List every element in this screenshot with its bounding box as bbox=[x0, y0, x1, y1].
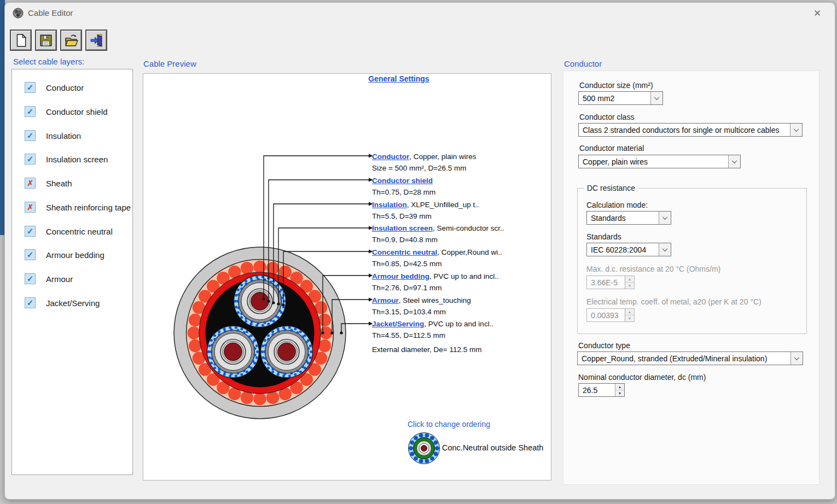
annotation-armour-link[interactable]: Armour bbox=[372, 296, 399, 304]
conductor-material-select[interactable]: Copper, plain wires bbox=[578, 155, 741, 168]
spinner-down-icon: ▼ bbox=[625, 283, 634, 289]
max-dc-resistance-label: Max. d.c. resistance at 20 °C (Ohms/m) bbox=[586, 265, 720, 273]
spinner-down-icon: ▼ bbox=[625, 315, 634, 321]
nominal-diameter-label: Nominal conductor diameter, dc (mm) bbox=[578, 373, 706, 382]
dc-resistance-legend: DC resistance bbox=[584, 184, 638, 192]
annotation-conductor-shield: Conductor shield Th=0.75, D=28 mm bbox=[372, 175, 435, 198]
cable-layers-listbox: ✓Conductor ✓Conductor shield ✓Insulation… bbox=[11, 69, 133, 475]
max-dc-resistance-input: 3.66E-5 ▲▼ bbox=[586, 276, 635, 289]
temp-coeff-input: 0.00393 ▲▼ bbox=[586, 308, 635, 322]
dc-resistance-groupbox: DC resistance Calculation mode: Standard… bbox=[577, 188, 807, 334]
spinner-up-icon: ▲ bbox=[625, 309, 634, 315]
chevron-down-icon[interactable] bbox=[650, 92, 662, 104]
annotation-insulation-link[interactable]: Insulation bbox=[372, 201, 407, 209]
layer-row-conductor-shield[interactable]: ✓Conductor shield bbox=[12, 101, 132, 122]
conductor-type-label: Conductor type bbox=[578, 341, 630, 350]
annotation-concentric-neutral: Concentric neutral, Copper,Round wi.. Th… bbox=[372, 247, 502, 269]
temp-coeff-label: Electrical temp. coeff. of metal, a20 (p… bbox=[586, 297, 762, 306]
annotation-jacket-serving-link[interactable]: Jacket/Serving bbox=[372, 320, 424, 328]
conductor-size-select[interactable]: 500 mm2 bbox=[578, 91, 663, 105]
conductor-material-label: Conductor material bbox=[579, 144, 644, 153]
general-settings-link[interactable]: General Settings bbox=[347, 74, 451, 83]
open-button[interactable] bbox=[60, 30, 82, 51]
layer-row-insulation[interactable]: ✓Insulation bbox=[12, 125, 132, 146]
checkbox-conductor[interactable]: ✓ bbox=[25, 82, 36, 93]
change-ordering-link[interactable]: Click to change ordering bbox=[408, 420, 490, 429]
chevron-down-icon[interactable] bbox=[728, 155, 740, 168]
checkbox-jacket-serving[interactable]: ✓ bbox=[25, 297, 36, 308]
layer-row-armour-bedding[interactable]: ✓Armour bedding bbox=[12, 244, 132, 266]
spinner-buttons[interactable]: ▲▼ bbox=[615, 384, 624, 396]
close-button[interactable]: ✕ bbox=[810, 6, 825, 20]
ordering-cable-icon[interactable] bbox=[409, 433, 440, 464]
layer-row-armour[interactable]: ✓Armour bbox=[12, 268, 132, 290]
layer-row-sheath[interactable]: ✗Sheath bbox=[12, 172, 132, 194]
checkbox-conductor-shield[interactable]: ✓ bbox=[25, 106, 36, 117]
save-floppy-icon bbox=[39, 33, 53, 48]
conductor-type-select[interactable]: Copper_Round, stranded (Extruded/Mineral… bbox=[577, 351, 803, 365]
app-cable-icon bbox=[13, 8, 24, 19]
ordering-mode-label: Conc.Neutral outside Sheath bbox=[442, 443, 543, 452]
annotation-jacket-serving: Jacket/Serving, PVC up to and incl.. Th=… bbox=[372, 318, 493, 341]
spinner-buttons: ▲▼ bbox=[625, 276, 634, 289]
nominal-diameter-input[interactable]: 26.5 ▲▼ bbox=[578, 383, 625, 397]
calculation-mode-label: Calculation mode: bbox=[586, 201, 648, 209]
spinner-buttons: ▲▼ bbox=[625, 309, 634, 321]
chevron-down-icon[interactable] bbox=[790, 124, 802, 136]
layer-row-conductor[interactable]: ✓Conductor bbox=[12, 77, 132, 98]
annotation-insulation: Insulation, XLPE_Unfilled_up t.. Th=5.5,… bbox=[372, 199, 479, 222]
checkbox-sheath[interactable]: ✗ bbox=[25, 178, 36, 189]
layer-row-insulation-screen[interactable]: ✓Insulation screen bbox=[12, 148, 132, 170]
spinner-up-icon: ▲ bbox=[625, 276, 634, 283]
save-button[interactable] bbox=[35, 30, 57, 51]
chevron-down-icon[interactable] bbox=[659, 243, 671, 256]
chevron-down-icon[interactable] bbox=[659, 212, 671, 224]
external-diameter-text: External diameter, De= 112.5 mm bbox=[372, 345, 481, 354]
new-document-icon bbox=[14, 33, 28, 48]
standards-label: Standards bbox=[586, 232, 621, 241]
conductor-heading: Conductor bbox=[564, 59, 602, 68]
annotation-conductor: Conductor, Copper, plain wires Size = 50… bbox=[372, 151, 476, 174]
conductor-settings-panel: Conductor size (mm²) 500 mm2 Conductor c… bbox=[563, 71, 819, 485]
conductor-class-select[interactable]: Class 2 stranded conductors for single o… bbox=[578, 123, 803, 137]
spinner-down-icon: ▼ bbox=[615, 390, 624, 396]
conductor-size-label: Conductor size (mm²) bbox=[579, 81, 653, 90]
annotation-concentric-neutral-link[interactable]: Concentric neutral bbox=[372, 248, 437, 256]
window-title: Cable Editor bbox=[28, 8, 73, 17]
annotation-insulation-screen: Insulation screen, Semi-conductor scr.. … bbox=[372, 222, 504, 245]
open-folder-icon bbox=[64, 33, 78, 48]
exit-button[interactable] bbox=[85, 30, 107, 51]
layer-row-concentric-neutral[interactable]: ✓Concentric neutral bbox=[12, 220, 132, 242]
title-bar: Cable Editor ✕ bbox=[5, 3, 835, 24]
annotation-conductor-shield-link[interactable]: Conductor shield bbox=[372, 177, 433, 185]
layers-heading: Select cable layers: bbox=[13, 57, 84, 66]
checkbox-insulation[interactable]: ✓ bbox=[25, 130, 36, 141]
standards-select[interactable]: IEC 60228:2004 bbox=[586, 243, 671, 256]
annotation-armour-bedding: Armour bedding, PVC up to and incl.. Th=… bbox=[372, 271, 499, 294]
calculation-mode-select[interactable]: Standards bbox=[586, 211, 671, 225]
annotation-armour-bedding-link[interactable]: Armour bedding bbox=[372, 272, 429, 280]
preview-heading: Cable Preview bbox=[143, 59, 196, 68]
checkbox-sheath-reinforcing-tape[interactable]: ✗ bbox=[25, 202, 36, 213]
annotation-insulation-screen-link[interactable]: Insulation screen bbox=[372, 224, 433, 232]
checkbox-concentric-neutral[interactable]: ✓ bbox=[25, 226, 36, 237]
checkbox-armour-bedding[interactable]: ✓ bbox=[25, 249, 36, 260]
checkbox-insulation-screen[interactable]: ✓ bbox=[25, 154, 36, 165]
cable-preview-panel: General Settings Conductor, Copper, plai… bbox=[143, 73, 551, 480]
annotation-armour: Armour, Steel wires_touching Th=3.15, D=… bbox=[372, 295, 471, 318]
conductor-class-label: Conductor class bbox=[579, 113, 634, 121]
cable-editor-window: Cable Editor ✕ bbox=[4, 2, 835, 500]
checkbox-armour[interactable]: ✓ bbox=[25, 273, 36, 284]
spinner-up-icon: ▲ bbox=[615, 384, 624, 390]
layer-row-sheath-reinforcing-tape[interactable]: ✗Sheath reinforcing tape bbox=[12, 196, 132, 218]
new-file-button[interactable] bbox=[10, 30, 32, 51]
annotation-conductor-link[interactable]: Conductor bbox=[372, 153, 409, 161]
exit-door-icon bbox=[89, 33, 103, 48]
layer-row-jacket-serving[interactable]: ✓Jacket/Serving bbox=[12, 292, 132, 314]
chevron-down-icon[interactable] bbox=[791, 352, 803, 365]
